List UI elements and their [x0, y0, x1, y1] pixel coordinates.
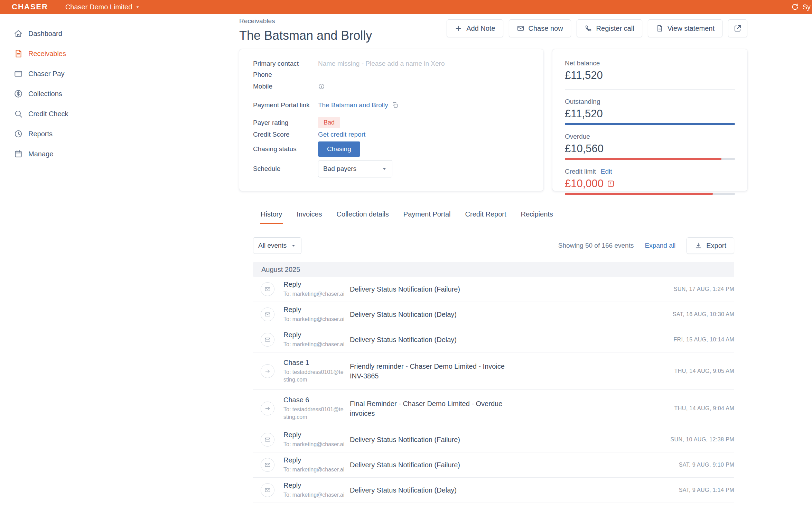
history-section: History Invoices Collection details Paym…: [253, 205, 734, 503]
view-statement-button[interactable]: View statement: [648, 19, 722, 37]
main-content: Receivables The Batsman and Brolly Add N…: [119, 14, 812, 505]
payer-rating-badge: Bad: [318, 117, 340, 128]
register-call-button[interactable]: Register call: [577, 19, 642, 37]
contact-details-card: Primary contact Name missing - Please ad…: [239, 49, 543, 191]
breadcrumb[interactable]: Receivables: [239, 17, 372, 25]
event-timestamp: SAT, 9 AUG, 9:10 PM: [679, 462, 734, 468]
event-description: Final Reminder - Chaser Demo Limited - O…: [350, 399, 516, 418]
envelope-icon: [261, 458, 274, 472]
overdue-bar: [565, 158, 735, 160]
export-button[interactable]: Export: [687, 237, 734, 254]
event-description: Friendly reminder - Chaser Demo Limited …: [350, 361, 516, 381]
sidebar-item-collections[interactable]: Collections: [0, 84, 119, 104]
credit-score-label: Credit Score: [253, 131, 318, 138]
event-filter-select[interactable]: All events: [253, 237, 301, 254]
copy-icon[interactable]: [392, 102, 399, 109]
phone-icon: [585, 25, 592, 32]
send-icon: [261, 364, 274, 378]
payment-portal-link[interactable]: The Batsman and Brolly: [318, 101, 388, 109]
tab-credit-report[interactable]: Credit Report: [465, 205, 507, 224]
outstanding-bar: [565, 123, 735, 125]
open-external-button[interactable]: [728, 19, 747, 37]
event-recipient: To: marketing@chaser.ai: [283, 315, 346, 323]
sidebar-item-receivables[interactable]: Receivables: [0, 44, 119, 64]
sidebar-item-dashboard[interactable]: Dashboard: [0, 24, 119, 44]
chase-now-button[interactable]: Chase now: [509, 19, 571, 37]
net-balance-value: £11,520: [565, 69, 735, 82]
event-description: Delivery Status Notification (Failure): [350, 284, 460, 294]
sync-label: Sy: [803, 3, 811, 11]
event-row[interactable]: Chase 6 To: testaddress0101@testing.com …: [253, 390, 734, 427]
schedule-label: Schedule: [253, 165, 318, 173]
envelope-icon: [517, 25, 524, 32]
sidebar-item-reports[interactable]: Reports: [0, 124, 119, 144]
tab-payment-portal[interactable]: Payment Portal: [403, 205, 451, 224]
tab-bar: History Invoices Collection details Paym…: [253, 205, 734, 224]
plus-icon: [455, 25, 462, 32]
register-call-label: Register call: [596, 25, 634, 33]
credit-limit-edit-link[interactable]: Edit: [601, 168, 612, 175]
sidebar-item-label: Receivables: [28, 50, 66, 58]
primary-contact-label: Primary contact: [253, 60, 318, 67]
sidebar-item-label: Reports: [28, 130, 53, 138]
document-icon: [656, 25, 663, 32]
credit-limit-bar: [565, 193, 735, 195]
info-icon[interactable]: [318, 83, 325, 90]
events-count-summary: Showing 50 of 166 events: [558, 242, 634, 249]
chasing-status-button[interactable]: Chasing: [318, 141, 360, 157]
event-row[interactable]: Reply To: marketing@chaser.ai Delivery S…: [253, 478, 734, 503]
event-description: Delivery Status Notification (Delay): [350, 310, 457, 319]
event-row[interactable]: Reply To: marketing@chaser.ai Delivery S…: [253, 302, 734, 327]
event-row[interactable]: Reply To: marketing@chaser.ai Delivery S…: [253, 427, 734, 452]
page-title: The Batsman and Brolly: [239, 28, 372, 43]
overdue-value: £10,560: [565, 143, 735, 155]
event-row[interactable]: Reply To: marketing@chaser.ai Delivery S…: [253, 277, 734, 302]
sidebar-item-credit-check[interactable]: Credit Check: [0, 104, 119, 124]
event-description: Delivery Status Notification (Failure): [350, 435, 460, 444]
add-note-button[interactable]: Add Note: [447, 19, 503, 37]
event-recipient: To: marketing@chaser.ai: [283, 491, 346, 499]
envelope-icon: [261, 433, 274, 447]
event-row[interactable]: Reply To: marketing@chaser.ai Delivery S…: [253, 452, 734, 478]
event-row[interactable]: Reply To: marketing@chaser.ai Delivery S…: [253, 327, 734, 352]
event-title: Reply: [283, 281, 346, 288]
event-timestamp: SAT, 9 AUG, 1:14 PM: [679, 487, 734, 493]
tab-recipients[interactable]: Recipients: [520, 205, 553, 224]
invoice-icon: [14, 49, 23, 58]
event-title: Chase 1: [283, 359, 346, 367]
payment-portal-label: Payment Portal link: [253, 101, 318, 109]
event-timestamp: SUN, 10 AUG, 12:38 PM: [671, 437, 734, 443]
sidebar-item-chaser-pay[interactable]: Chaser Pay: [0, 64, 119, 84]
add-note-label: Add Note: [466, 25, 495, 33]
tab-history[interactable]: History: [260, 205, 283, 224]
sidebar-item-label: Chaser Pay: [28, 70, 65, 78]
organisation-selector[interactable]: Chaser Demo Limited: [65, 3, 140, 11]
credit-limit-value: £10,000: [565, 177, 604, 190]
event-timestamp: SUN, 17 AUG, 1:24 PM: [674, 286, 734, 292]
schedule-select[interactable]: Bad payers: [318, 160, 392, 177]
primary-contact-placeholder: Name missing - Please add a name in Xero: [318, 60, 530, 67]
tab-collection-details[interactable]: Collection details: [336, 205, 390, 224]
envelope-icon: [261, 307, 274, 321]
search-icon: [14, 109, 23, 118]
event-timestamp: THU, 14 AUG, 9:05 AM: [674, 368, 734, 374]
event-description: Delivery Status Notification (Failure): [350, 460, 460, 470]
expand-all-link[interactable]: Expand all: [645, 242, 675, 249]
calendar-icon: [14, 149, 23, 158]
mobile-value: [318, 83, 530, 90]
sync-icon[interactable]: [791, 3, 799, 11]
tab-invoices[interactable]: Invoices: [296, 205, 323, 224]
event-title: Reply: [283, 456, 346, 464]
event-row[interactable]: Chase 1 To: testaddress0101@testing.com …: [253, 352, 734, 390]
outstanding-label: Outstanding: [565, 98, 735, 105]
sidebar-item-label: Collections: [28, 90, 62, 98]
chaser-logo: CHASER: [12, 2, 48, 11]
balance-card: Net balance £11,520 Outstanding £11,520 …: [552, 49, 747, 191]
sidebar-item-label: Credit Check: [28, 110, 68, 118]
sidebar-item-manage[interactable]: Manage: [0, 144, 119, 164]
credit-card-icon: [14, 69, 23, 78]
event-recipient: To: marketing@chaser.ai: [283, 341, 346, 348]
chevron-down-icon: [291, 243, 296, 248]
get-credit-report-link[interactable]: Get credit report: [318, 131, 365, 138]
event-recipient: To: marketing@chaser.ai: [283, 441, 346, 448]
